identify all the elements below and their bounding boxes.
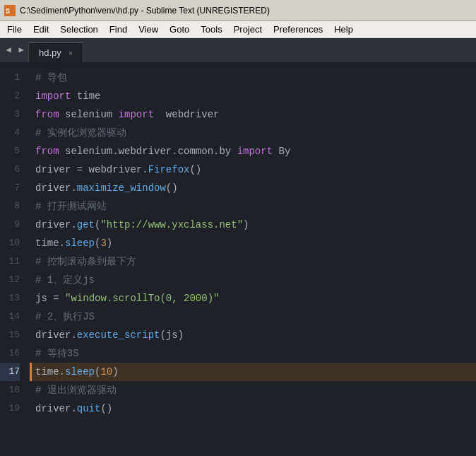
- line-num-5: 5: [0, 142, 20, 160]
- line-num-18: 18: [0, 381, 20, 399]
- line-num-8: 8: [0, 197, 20, 216]
- menu-project[interactable]: Project: [228, 21, 268, 37]
- tab-navigation: ◀ ▶: [0, 37, 30, 62]
- code-line-2: import time: [35, 87, 476, 105]
- code-line-9: driver.get("http://www.yxclass.net"): [35, 216, 476, 234]
- code-line-16: # 等待3S: [35, 344, 476, 363]
- menu-view[interactable]: View: [133, 21, 164, 37]
- line-num-14: 14: [0, 308, 20, 326]
- tab-next-button[interactable]: ▶: [16, 45, 27, 56]
- code-line-1: # 导包: [35, 69, 476, 87]
- line-num-11: 11: [0, 252, 20, 271]
- svg-text:S: S: [6, 8, 10, 16]
- window-title: C:\Sediment\Python\venv\hd.py - Sublime …: [20, 6, 270, 16]
- line-num-7: 7: [0, 179, 20, 197]
- code-line-14: # 2、执行JS: [35, 308, 476, 326]
- line-num-10: 10: [0, 234, 20, 252]
- code-line-4: # 实例化浏览器驱动: [35, 124, 476, 142]
- line-num-13: 13: [0, 289, 20, 308]
- code-line-6: driver = webdriver.Firefox(): [35, 160, 476, 179]
- line-num-17: 17: [0, 363, 20, 381]
- code-line-10: time.sleep(3): [35, 234, 476, 252]
- line-num-9: 9: [0, 216, 20, 234]
- line-num-6: 6: [0, 160, 20, 179]
- code-line-11: # 控制滚动条到最下方: [35, 252, 476, 271]
- title-bar: S C:\Sediment\Python\venv\hd.py - Sublim…: [0, 0, 476, 21]
- tab-filename: hd.py: [39, 47, 61, 58]
- line-num-19: 19: [0, 399, 20, 418]
- menu-tools[interactable]: Tools: [195, 21, 227, 37]
- menu-goto[interactable]: Goto: [164, 21, 195, 37]
- line-num-3: 3: [0, 105, 20, 124]
- code-line-3: from selenium import webdriver: [35, 105, 476, 124]
- line-num-12: 12: [0, 271, 20, 289]
- code-line-19: driver.quit(): [35, 399, 476, 418]
- code-line-12: # 1、定义js: [35, 271, 476, 289]
- active-tab[interactable]: hd.py ×: [28, 42, 83, 62]
- code-line-7: driver.maximize_window(): [35, 179, 476, 197]
- menu-file[interactable]: File: [1, 21, 28, 37]
- line-num-2: 2: [0, 87, 20, 105]
- code-line-5: from selenium.webdriver.common.by import…: [35, 142, 476, 160]
- code-line-13: js = "window.scrollTo(0, 2000)": [35, 289, 476, 308]
- menu-bar: File Edit Selection Find View Goto Tools…: [0, 21, 476, 38]
- code-line-8: # 打开测试网站: [35, 197, 476, 216]
- menu-find[interactable]: Find: [104, 21, 133, 37]
- code-content[interactable]: # 导包 import time from selenium import we…: [30, 63, 476, 456]
- menu-edit[interactable]: Edit: [28, 21, 54, 37]
- code-line-15: driver.execute_script(js): [35, 326, 476, 344]
- line-num-1: 1: [0, 69, 20, 87]
- line-num-16: 16: [0, 344, 20, 363]
- line-num-15: 15: [0, 326, 20, 344]
- line-num-4: 4: [0, 124, 20, 142]
- menu-preferences[interactable]: Preferences: [268, 21, 328, 37]
- tab-close-button[interactable]: ×: [69, 49, 73, 57]
- editor: 1 2 3 4 5 6 7 8 9 10 11 12 13 14 15 16 1…: [0, 63, 476, 456]
- code-line-18: # 退出浏览器驱动: [35, 381, 476, 399]
- menu-selection[interactable]: Selection: [54, 21, 103, 37]
- app-icon: S: [4, 5, 16, 16]
- tab-bar: ◀ ▶ hd.py ×: [0, 38, 476, 63]
- menu-help[interactable]: Help: [328, 21, 359, 37]
- tab-prev-button[interactable]: ◀: [3, 45, 14, 56]
- line-numbers: 1 2 3 4 5 6 7 8 9 10 11 12 13 14 15 16 1…: [0, 63, 30, 456]
- code-line-17: time.sleep(10): [30, 363, 476, 381]
